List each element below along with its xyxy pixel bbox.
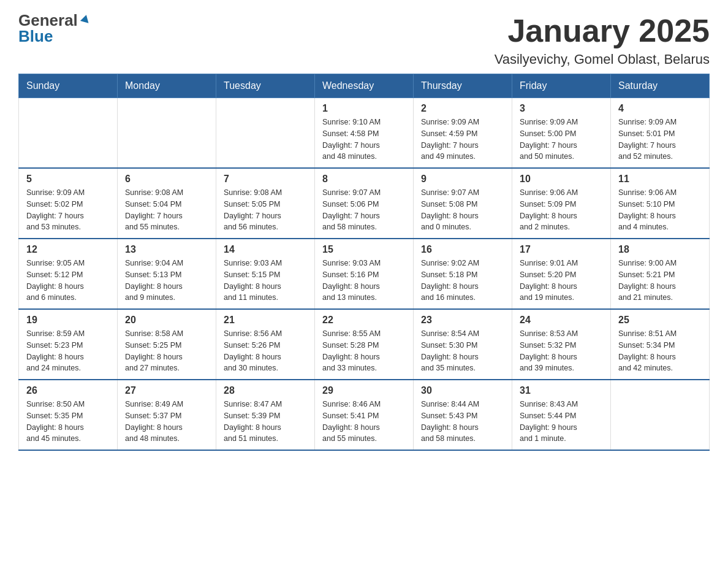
day-info: Sunrise: 9:03 AMSunset: 5:16 PMDaylight:… xyxy=(322,258,406,304)
day-cell-0-2 xyxy=(216,98,315,169)
day-cell-3-0: 19Sunrise: 8:59 AMSunset: 5:23 PMDayligh… xyxy=(19,309,118,380)
day-info: Sunrise: 9:02 AMSunset: 5:18 PMDaylight:… xyxy=(421,258,504,304)
day-info: Sunrise: 9:08 AMSunset: 5:05 PMDaylight:… xyxy=(224,187,307,233)
day-number: 22 xyxy=(322,315,406,326)
day-number: 14 xyxy=(224,244,307,255)
day-number: 29 xyxy=(322,385,406,396)
day-number: 5 xyxy=(26,174,110,185)
day-info: Sunrise: 8:58 AMSunset: 5:25 PMDaylight:… xyxy=(125,328,208,374)
header-saturday: Saturday xyxy=(611,74,710,98)
day-info: Sunrise: 8:55 AMSunset: 5:28 PMDaylight:… xyxy=(322,328,406,374)
week-row-3: 12Sunrise: 9:05 AMSunset: 5:12 PMDayligh… xyxy=(19,239,710,309)
day-number: 7 xyxy=(224,174,307,185)
day-cell-3-1: 20Sunrise: 8:58 AMSunset: 5:25 PMDayligh… xyxy=(118,309,216,380)
days-of-week-row: SundayMondayTuesdayWednesdayThursdayFrid… xyxy=(19,74,710,98)
week-row-1: 1Sunrise: 9:10 AMSunset: 4:58 PMDaylight… xyxy=(19,98,710,169)
day-number: 13 xyxy=(125,244,208,255)
logo-arrow-icon xyxy=(80,11,91,27)
day-info: Sunrise: 8:53 AMSunset: 5:32 PMDaylight:… xyxy=(520,328,603,374)
day-number: 1 xyxy=(322,103,406,114)
day-number: 4 xyxy=(618,103,702,114)
day-cell-1-5: 10Sunrise: 9:06 AMSunset: 5:09 PMDayligh… xyxy=(512,168,611,239)
day-info: Sunrise: 8:43 AMSunset: 5:44 PMDaylight:… xyxy=(520,399,603,445)
logo: General Blue xyxy=(18,12,91,44)
day-cell-4-6 xyxy=(611,380,710,450)
day-cell-2-4: 16Sunrise: 9:02 AMSunset: 5:18 PMDayligh… xyxy=(414,239,512,309)
day-number: 18 xyxy=(618,244,702,255)
day-cell-0-3: 1Sunrise: 9:10 AMSunset: 4:58 PMDaylight… xyxy=(315,98,414,169)
day-number: 8 xyxy=(322,174,406,185)
calendar-header: SundayMondayTuesdayWednesdayThursdayFrid… xyxy=(19,74,710,98)
day-number: 20 xyxy=(125,315,208,326)
day-cell-3-2: 21Sunrise: 8:56 AMSunset: 5:26 PMDayligh… xyxy=(216,309,315,380)
day-info: Sunrise: 9:03 AMSunset: 5:15 PMDaylight:… xyxy=(224,258,307,304)
day-info: Sunrise: 8:56 AMSunset: 5:26 PMDaylight:… xyxy=(224,328,307,374)
day-info: Sunrise: 8:49 AMSunset: 5:37 PMDaylight:… xyxy=(125,399,208,445)
day-number: 24 xyxy=(520,315,603,326)
day-number: 21 xyxy=(224,315,307,326)
day-cell-0-4: 2Sunrise: 9:09 AMSunset: 4:59 PMDaylight… xyxy=(414,98,512,169)
page-header: General Blue January 2025 Vasilyevichy, … xyxy=(18,12,710,67)
calendar-table: SundayMondayTuesdayWednesdayThursdayFrid… xyxy=(18,74,710,451)
day-number: 27 xyxy=(125,385,208,396)
main-title: January 2025 xyxy=(495,12,710,49)
day-cell-2-5: 17Sunrise: 9:01 AMSunset: 5:20 PMDayligh… xyxy=(512,239,611,309)
day-number: 19 xyxy=(26,315,110,326)
day-cell-4-2: 28Sunrise: 8:47 AMSunset: 5:39 PMDayligh… xyxy=(216,380,315,450)
day-cell-1-2: 7Sunrise: 9:08 AMSunset: 5:05 PMDaylight… xyxy=(216,168,315,239)
week-row-2: 5Sunrise: 9:09 AMSunset: 5:02 PMDaylight… xyxy=(19,168,710,239)
day-cell-4-0: 26Sunrise: 8:50 AMSunset: 5:35 PMDayligh… xyxy=(19,380,118,450)
day-info: Sunrise: 9:01 AMSunset: 5:20 PMDaylight:… xyxy=(520,258,603,304)
day-cell-2-3: 15Sunrise: 9:03 AMSunset: 5:16 PMDayligh… xyxy=(315,239,414,309)
week-row-5: 26Sunrise: 8:50 AMSunset: 5:35 PMDayligh… xyxy=(19,380,710,450)
day-number: 9 xyxy=(421,174,504,185)
day-info: Sunrise: 9:04 AMSunset: 5:13 PMDaylight:… xyxy=(125,258,208,304)
day-cell-4-1: 27Sunrise: 8:49 AMSunset: 5:37 PMDayligh… xyxy=(118,380,216,450)
day-number: 30 xyxy=(421,385,504,396)
day-number: 23 xyxy=(421,315,504,326)
day-cell-1-0: 5Sunrise: 9:09 AMSunset: 5:02 PMDaylight… xyxy=(19,168,118,239)
day-info: Sunrise: 9:09 AMSunset: 5:00 PMDaylight:… xyxy=(520,117,603,163)
logo-blue-text: Blue xyxy=(18,28,91,44)
day-info: Sunrise: 9:09 AMSunset: 5:02 PMDaylight:… xyxy=(26,187,110,233)
day-cell-3-4: 23Sunrise: 8:54 AMSunset: 5:30 PMDayligh… xyxy=(414,309,512,380)
day-cell-0-1 xyxy=(118,98,216,169)
day-cell-4-5: 31Sunrise: 8:43 AMSunset: 5:44 PMDayligh… xyxy=(512,380,611,450)
day-info: Sunrise: 8:59 AMSunset: 5:23 PMDaylight:… xyxy=(26,328,110,374)
day-info: Sunrise: 9:08 AMSunset: 5:04 PMDaylight:… xyxy=(125,187,208,233)
day-cell-2-2: 14Sunrise: 9:03 AMSunset: 5:15 PMDayligh… xyxy=(216,239,315,309)
day-info: Sunrise: 9:09 AMSunset: 5:01 PMDaylight:… xyxy=(618,117,702,163)
day-cell-4-4: 30Sunrise: 8:44 AMSunset: 5:43 PMDayligh… xyxy=(414,380,512,450)
day-number: 26 xyxy=(26,385,110,396)
day-info: Sunrise: 9:10 AMSunset: 4:58 PMDaylight:… xyxy=(322,117,406,163)
title-section: January 2025 Vasilyevichy, Gomel Oblast,… xyxy=(495,12,710,67)
day-number: 11 xyxy=(618,174,702,185)
day-info: Sunrise: 8:50 AMSunset: 5:35 PMDaylight:… xyxy=(26,399,110,445)
day-info: Sunrise: 9:05 AMSunset: 5:12 PMDaylight:… xyxy=(26,258,110,304)
header-monday: Monday xyxy=(118,74,216,98)
day-cell-2-1: 13Sunrise: 9:04 AMSunset: 5:13 PMDayligh… xyxy=(118,239,216,309)
day-info: Sunrise: 8:47 AMSunset: 5:39 PMDaylight:… xyxy=(224,399,307,445)
day-info: Sunrise: 9:07 AMSunset: 5:06 PMDaylight:… xyxy=(322,187,406,233)
day-info: Sunrise: 8:46 AMSunset: 5:41 PMDaylight:… xyxy=(322,399,406,445)
week-row-4: 19Sunrise: 8:59 AMSunset: 5:23 PMDayligh… xyxy=(19,309,710,380)
day-info: Sunrise: 8:44 AMSunset: 5:43 PMDaylight:… xyxy=(421,399,504,445)
day-cell-3-3: 22Sunrise: 8:55 AMSunset: 5:28 PMDayligh… xyxy=(315,309,414,380)
day-number: 17 xyxy=(520,244,603,255)
logo-general-text: General xyxy=(18,12,91,28)
day-cell-0-6: 4Sunrise: 9:09 AMSunset: 5:01 PMDaylight… xyxy=(611,98,710,169)
header-sunday: Sunday xyxy=(19,74,118,98)
day-info: Sunrise: 9:06 AMSunset: 5:10 PMDaylight:… xyxy=(618,187,702,233)
day-info: Sunrise: 9:09 AMSunset: 4:59 PMDaylight:… xyxy=(421,117,504,163)
day-cell-0-5: 3Sunrise: 9:09 AMSunset: 5:00 PMDaylight… xyxy=(512,98,611,169)
day-number: 12 xyxy=(26,244,110,255)
day-info: Sunrise: 8:51 AMSunset: 5:34 PMDaylight:… xyxy=(618,328,702,374)
day-cell-0-0 xyxy=(19,98,118,169)
header-thursday: Thursday xyxy=(414,74,512,98)
header-tuesday: Tuesday xyxy=(216,74,315,98)
day-number: 3 xyxy=(520,103,603,114)
day-cell-3-5: 24Sunrise: 8:53 AMSunset: 5:32 PMDayligh… xyxy=(512,309,611,380)
calendar-body: 1Sunrise: 9:10 AMSunset: 4:58 PMDaylight… xyxy=(19,98,710,451)
day-number: 31 xyxy=(520,385,603,396)
day-info: Sunrise: 9:07 AMSunset: 5:08 PMDaylight:… xyxy=(421,187,504,233)
